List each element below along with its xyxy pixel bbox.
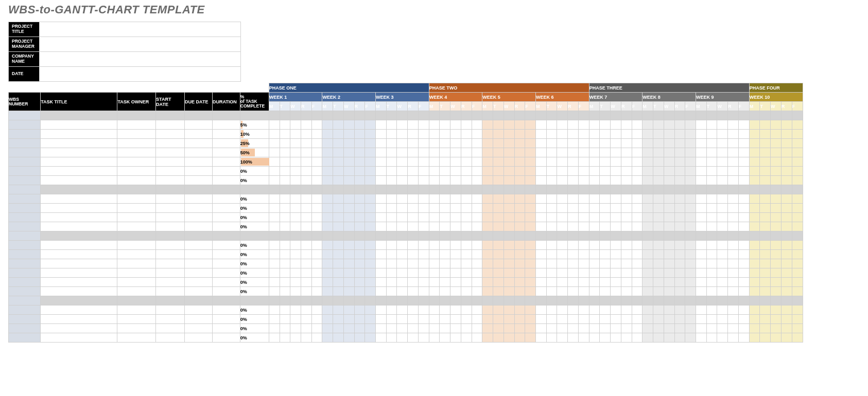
gantt-cell[interactable] — [696, 259, 706, 268]
gantt-cell[interactable] — [760, 176, 771, 185]
gantt-cell[interactable] — [365, 287, 376, 296]
gantt-cell[interactable] — [664, 324, 674, 333]
gantt-cell[interactable] — [717, 250, 728, 259]
gantt-cell[interactable] — [514, 278, 525, 287]
gantt-cell[interactable] — [546, 222, 557, 231]
gantt-cell[interactable] — [568, 250, 579, 259]
gantt-cell[interactable] — [311, 259, 322, 268]
gantt-cell[interactable] — [280, 157, 290, 167]
task-cell[interactable] — [41, 204, 117, 213]
gantt-cell[interactable] — [504, 204, 514, 213]
gantt-cell[interactable] — [771, 315, 782, 324]
gantt-cell[interactable] — [343, 111, 354, 120]
gantt-cell[interactable] — [696, 278, 706, 287]
gantt-cell[interactable] — [450, 139, 461, 148]
wbs-cell[interactable] — [9, 231, 41, 241]
gantt-cell[interactable] — [386, 296, 397, 305]
gantt-cell[interactable] — [685, 194, 696, 204]
owner-cell[interactable] — [117, 296, 156, 305]
gantt-cell[interactable] — [664, 259, 674, 268]
gantt-cell[interactable] — [461, 213, 472, 222]
wbs-cell[interactable] — [9, 241, 41, 250]
gantt-cell[interactable] — [632, 305, 643, 315]
gantt-cell[interactable] — [514, 287, 525, 296]
gantt-cell[interactable] — [429, 176, 440, 185]
gantt-cell[interactable] — [781, 167, 792, 176]
wbs-cell[interactable] — [9, 176, 41, 185]
gantt-cell[interactable] — [546, 324, 557, 333]
gantt-cell[interactable] — [568, 139, 579, 148]
gantt-cell[interactable] — [269, 287, 280, 296]
gantt-cell[interactable] — [472, 111, 482, 120]
gantt-cell[interactable] — [557, 130, 568, 139]
gantt-cell[interactable] — [514, 213, 525, 222]
gantt-cell[interactable] — [397, 194, 408, 204]
gantt-cell[interactable] — [546, 259, 557, 268]
gantt-cell[interactable] — [376, 148, 387, 157]
gantt-cell[interactable] — [482, 315, 493, 324]
gantt-cell[interactable] — [343, 296, 354, 305]
gantt-cell[interactable] — [504, 139, 514, 148]
gantt-cell[interactable] — [440, 185, 450, 194]
gantt-cell[interactable] — [600, 268, 611, 278]
pct-complete-cell[interactable]: 100% — [240, 157, 269, 167]
gantt-cell[interactable] — [611, 213, 621, 222]
gantt-cell[interactable] — [546, 287, 557, 296]
pct-complete-cell[interactable] — [240, 296, 269, 305]
start-cell[interactable] — [156, 111, 185, 120]
gantt-cell[interactable] — [311, 222, 322, 231]
gantt-cell[interactable] — [365, 278, 376, 287]
gantt-cell[interactable] — [557, 268, 568, 278]
gantt-cell[interactable] — [365, 315, 376, 324]
gantt-cell[interactable] — [792, 167, 803, 176]
gantt-cell[interactable] — [472, 287, 482, 296]
gantt-cell[interactable] — [429, 130, 440, 139]
gantt-cell[interactable] — [311, 157, 322, 167]
due-cell[interactable] — [185, 250, 213, 259]
gantt-cell[interactable] — [792, 268, 803, 278]
gantt-cell[interactable] — [322, 148, 333, 157]
gantt-cell[interactable] — [771, 250, 782, 259]
gantt-cell[interactable] — [535, 231, 546, 241]
gantt-cell[interactable] — [322, 287, 333, 296]
gantt-cell[interactable] — [322, 157, 333, 167]
gantt-cell[interactable] — [461, 278, 472, 287]
gantt-cell[interactable] — [514, 296, 525, 305]
gantt-cell[interactable] — [376, 231, 387, 241]
gantt-cell[interactable] — [546, 305, 557, 315]
gantt-cell[interactable] — [611, 259, 621, 268]
start-cell[interactable] — [156, 167, 185, 176]
gantt-cell[interactable] — [525, 324, 536, 333]
gantt-cell[interactable] — [643, 167, 653, 176]
wbs-cell[interactable] — [9, 259, 41, 268]
gantt-cell[interactable] — [589, 139, 600, 148]
gantt-cell[interactable] — [557, 278, 568, 287]
gantt-cell[interactable] — [749, 296, 760, 305]
gantt-cell[interactable] — [535, 324, 546, 333]
task-cell[interactable] — [41, 222, 117, 231]
gantt-cell[interactable] — [685, 259, 696, 268]
gantt-cell[interactable] — [514, 139, 525, 148]
gantt-cell[interactable] — [685, 176, 696, 185]
gantt-cell[interactable] — [696, 120, 706, 130]
gantt-cell[interactable] — [557, 194, 568, 204]
gantt-cell[interactable] — [343, 222, 354, 231]
gantt-cell[interactable] — [728, 148, 739, 157]
gantt-cell[interactable] — [418, 120, 429, 130]
task-cell[interactable] — [41, 333, 117, 343]
due-cell[interactable] — [185, 139, 213, 148]
owner-cell[interactable] — [117, 333, 156, 343]
gantt-cell[interactable] — [365, 120, 376, 130]
gantt-cell[interactable] — [600, 278, 611, 287]
gantt-cell[interactable] — [706, 167, 717, 176]
gantt-cell[interactable] — [450, 324, 461, 333]
gantt-cell[interactable] — [760, 111, 771, 120]
gantt-cell[interactable] — [386, 231, 397, 241]
gantt-cell[interactable] — [343, 333, 354, 343]
gantt-cell[interactable] — [696, 194, 706, 204]
gantt-cell[interactable] — [589, 241, 600, 250]
gantt-cell[interactable] — [365, 296, 376, 305]
gantt-cell[interactable] — [301, 213, 312, 222]
gantt-cell[interactable] — [525, 222, 536, 231]
gantt-cell[interactable] — [322, 250, 333, 259]
